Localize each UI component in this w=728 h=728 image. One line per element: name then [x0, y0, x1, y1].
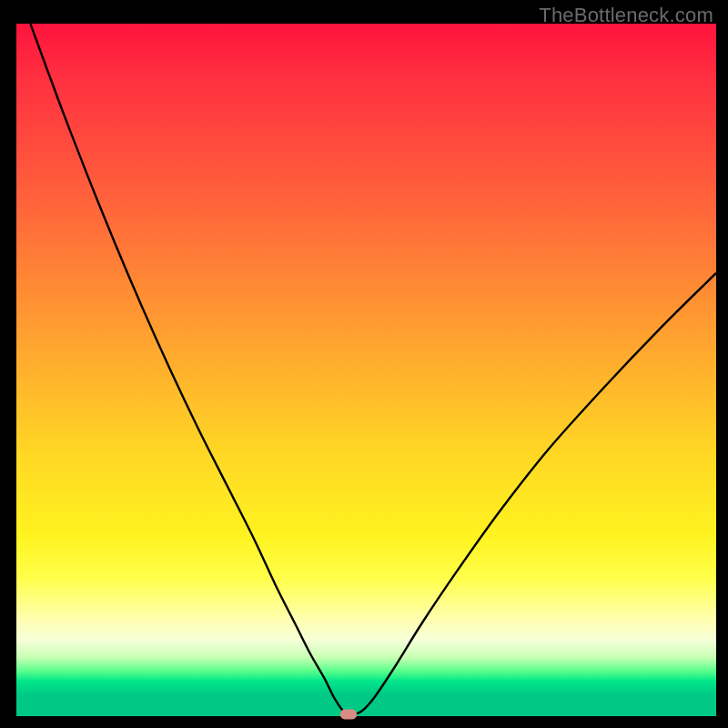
- curve-svg: [16, 24, 716, 716]
- min-marker: [340, 709, 357, 719]
- chart-frame: TheBottleneck.com: [0, 0, 728, 728]
- bottleneck-curve: [30, 24, 716, 714]
- watermark-text: TheBottleneck.com: [539, 4, 713, 27]
- plot-area: [16, 24, 716, 716]
